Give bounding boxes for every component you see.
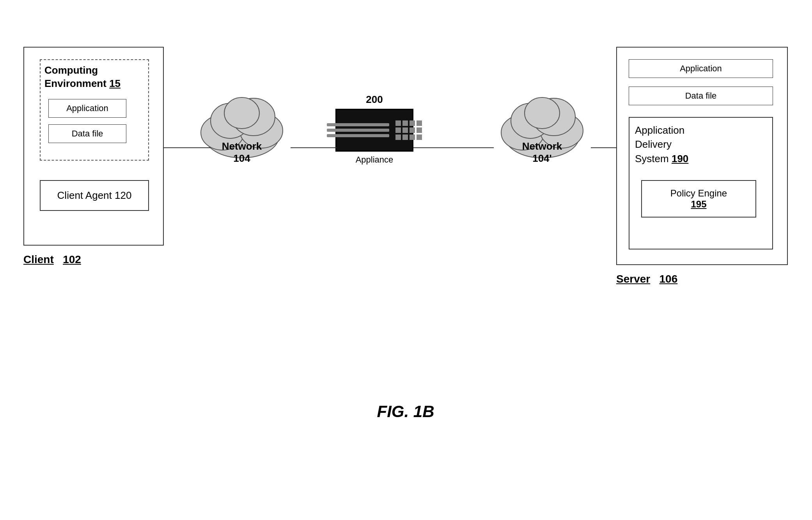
appliance-line-1	[327, 123, 389, 126]
appliance-cell	[410, 120, 415, 126]
appliance-cell	[402, 134, 408, 140]
appliance-cell	[395, 127, 401, 133]
appliance-cell	[410, 127, 415, 133]
appliance-cell	[410, 134, 415, 140]
appliance-cell	[402, 120, 408, 126]
appliance-cell	[417, 134, 422, 140]
line-appliance-to-network-right	[413, 147, 494, 148]
computing-env-app-box: Application	[48, 99, 126, 118]
appliance-lines	[327, 123, 389, 137]
computing-env-datafile-box: Data file	[48, 124, 126, 143]
line-network-left-to-appliance	[291, 147, 337, 148]
client-label: Client 102	[23, 253, 81, 266]
appliance-container: 200	[335, 94, 413, 165]
network-right-label: Network 104'	[522, 140, 562, 164]
client-box: Computing Environment 15 Application Dat…	[23, 47, 164, 246]
server-label: Server 106	[616, 273, 677, 285]
diagram-area: Computing Environment 15 Application Dat…	[16, 23, 796, 452]
server-app-box: Application	[629, 59, 773, 78]
appliance-cell	[417, 127, 422, 133]
network-cloud-right: Network 104'	[491, 86, 593, 164]
computing-env-label: Computing Environment 15	[44, 64, 121, 90]
svg-point-5	[224, 97, 259, 129]
line-network-right-to-server	[591, 147, 617, 148]
line-client-to-network-left	[164, 147, 211, 148]
appliance-cell	[395, 134, 401, 140]
appliance-line-2	[327, 129, 389, 132]
ads-label: Application Delivery System 190	[635, 123, 767, 166]
appliance-line-3	[327, 134, 389, 137]
server-datafile-box: Data file	[629, 87, 773, 105]
ads-box: Application Delivery System 190 Policy E…	[629, 117, 773, 249]
server-box: Application Data file Application Delive…	[616, 47, 788, 265]
appliance-grid	[395, 120, 422, 140]
appliance-inner	[327, 120, 422, 140]
appliance-device	[335, 109, 413, 152]
appliance-ref-label: 200	[366, 94, 383, 106]
computing-environment-box: Computing Environment 15 Application Dat…	[40, 59, 149, 161]
policy-engine-box: Policy Engine 195	[641, 180, 756, 218]
client-agent-box: Client Agent 120	[40, 180, 149, 211]
appliance-cell	[395, 120, 401, 126]
appliance-label: Appliance	[356, 155, 394, 165]
svg-point-11	[525, 97, 560, 129]
fig-label: FIG. 1B	[377, 402, 434, 421]
network-cloud-left: Network 104	[191, 86, 293, 164]
appliance-cell	[417, 120, 422, 126]
network-left-label: Network 104	[222, 140, 262, 164]
appliance-cell	[402, 127, 408, 133]
